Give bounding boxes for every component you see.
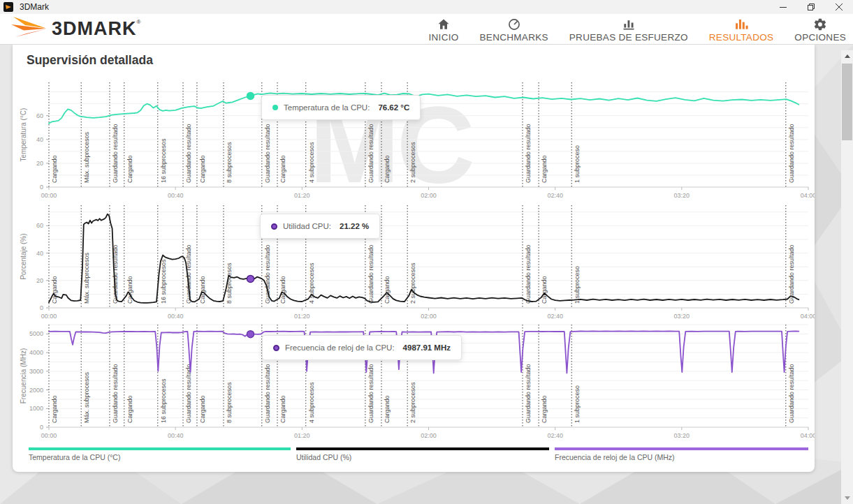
scroll-up-button[interactable] [841, 50, 853, 62]
main-area: Supervisión detallada MC 020406000:0000:… [0, 45, 853, 504]
svg-text:Guardando resultado: Guardando resultado [788, 124, 795, 183]
svg-text:02:40: 02:40 [547, 313, 563, 320]
svg-text:Cargando: Cargando [199, 395, 206, 423]
svg-text:Guardando resultado: Guardando resultado [264, 124, 271, 183]
svg-text:Cargando: Cargando [541, 276, 548, 304]
tooltip-cpu-temperature: Temperatura de la CPU: 76.62 °C [261, 95, 421, 120]
svg-text:04:00: 04:00 [801, 192, 815, 199]
svg-text:16 subprocesos: 16 subprocesos [160, 259, 167, 304]
window-titlebar: 3DMark [0, 0, 853, 14]
svg-text:03:20: 03:20 [674, 313, 690, 320]
svg-text:Guardando resultado: Guardando resultado [525, 124, 532, 183]
svg-text:20: 20 [36, 277, 43, 284]
svg-text:16 subprocesos: 16 subprocesos [160, 138, 167, 183]
svg-text:0: 0 [40, 424, 43, 431]
svg-text:1 subproceso: 1 subproceso [574, 145, 581, 183]
svg-text:Cargando: Cargando [384, 276, 391, 304]
tooltip-cpu-utilization: Utilidad CPU: 21.22 % [260, 214, 380, 239]
legend-bar-utilization [296, 447, 549, 450]
svg-text:40: 40 [36, 250, 43, 257]
close-button[interactable] [825, 0, 853, 14]
window-title: 3DMark [20, 2, 49, 12]
svg-text:0: 0 [40, 184, 43, 191]
tooltip-value: 21.22 % [340, 222, 369, 230]
nav-item-benchmarks[interactable]: BENCHMARKS [480, 17, 548, 43]
tooltip-value: 4987.91 MHz [403, 343, 451, 352]
gauge-icon [507, 17, 521, 31]
svg-text:Cargando: Cargando [51, 155, 58, 183]
svg-text:Máx. subprocesos: Máx. subprocesos [83, 371, 90, 423]
svg-text:Guardando resultado: Guardando resultado [185, 244, 192, 304]
svg-text:02:00: 02:00 [421, 192, 437, 199]
svg-text:02:00: 02:00 [421, 313, 437, 320]
svg-text:Cargando: Cargando [384, 395, 391, 423]
svg-text:2000: 2000 [29, 387, 43, 394]
svg-text:Porcentaje (%): Porcentaje (%) [20, 233, 27, 279]
scroll-down-button[interactable] [841, 492, 853, 504]
svg-text:04:00: 04:00 [801, 313, 815, 320]
svg-text:Guardando resultado: Guardando resultado [112, 124, 119, 183]
legend-label-utilization: Utilidad CPU (%) [296, 453, 351, 461]
tooltip-dot-icon [271, 223, 277, 230]
svg-text:2 subprocesos: 2 subprocesos [409, 262, 416, 304]
svg-text:40: 40 [36, 136, 43, 143]
svg-text:03:20: 03:20 [674, 432, 690, 439]
svg-text:16 subprocesos: 16 subprocesos [160, 378, 167, 423]
svg-text:Cargando: Cargando [541, 395, 548, 423]
3dmark-logo: 3DMARK ® [11, 17, 140, 40]
legend-bar-temperature [29, 447, 291, 450]
svg-text:60: 60 [36, 222, 43, 229]
svg-text:Cargando: Cargando [279, 155, 286, 183]
svg-text:Cargando: Cargando [199, 276, 206, 304]
vertical-scrollbar[interactable] [841, 50, 853, 504]
svg-text:1 subproceso: 1 subproceso [574, 266, 581, 304]
svg-text:Guardando resultado: Guardando resultado [367, 364, 374, 423]
svg-text:Cargando: Cargando [199, 155, 206, 183]
svg-text:8 subprocesos: 8 subprocesos [226, 382, 233, 423]
svg-text:Guardando resultado: Guardando resultado [788, 244, 795, 304]
svg-text:Cargando: Cargando [126, 395, 133, 423]
svg-text:5000: 5000 [29, 330, 43, 337]
svg-text:Guardando resultado: Guardando resultado [525, 364, 532, 423]
maximize-button[interactable] [797, 0, 825, 14]
tooltip-cpu-frequency: Frecuencia de reloj de la CPU: 4987.91 M… [262, 335, 462, 360]
legend-label-temperature: Temperatura de la CPU (°C) [29, 453, 120, 461]
svg-text:00:40: 00:40 [168, 432, 184, 439]
svg-text:Cargando: Cargando [51, 276, 58, 304]
svg-text:Guardando resultado: Guardando resultado [264, 364, 271, 423]
svg-text:Cargando: Cargando [384, 155, 391, 183]
svg-text:2 subprocesos: 2 subprocesos [409, 382, 416, 423]
arrow-up-icon [845, 54, 850, 58]
nav-item-pruebas-de-esfuerzo[interactable]: PRUEBAS DE ESFUERZO [569, 17, 688, 43]
svg-text:04:00: 04:00 [801, 432, 815, 439]
nav-item-inicio[interactable]: INICIO [428, 17, 458, 43]
svg-text:02:40: 02:40 [547, 192, 563, 199]
registered-mark: ® [137, 19, 141, 25]
svg-text:Cargando: Cargando [279, 395, 286, 423]
3dmark-spark-icon [11, 17, 48, 40]
minimize-button[interactable] [769, 0, 797, 14]
svg-text:8 subprocesos: 8 subprocesos [226, 142, 233, 183]
svg-text:Cargando: Cargando [279, 276, 286, 304]
main-nav: INICIO BENCHMARKS PRUEBAS DE ESFUERZO [428, 14, 846, 45]
tooltip-label: Utilidad CPU: [283, 222, 331, 230]
svg-text:01:20: 01:20 [294, 432, 310, 439]
svg-text:Guardando resultado: Guardando resultado [112, 364, 119, 423]
svg-text:Máx. subprocesos: Máx. subprocesos [83, 252, 90, 304]
legend-label-frequency: Frecuencia de reloj de la CPU (MHz) [555, 453, 675, 461]
svg-text:00:00: 00:00 [41, 432, 57, 439]
nav-item-resultados[interactable]: RESULTADOS [709, 17, 774, 43]
svg-text:Frecuencia (MHz): Frecuencia (MHz) [20, 348, 27, 403]
tooltip-label: Temperatura de la CPU: [284, 103, 370, 112]
nav-item-opciones[interactable]: OPCIONES [794, 17, 846, 43]
svg-text:60: 60 [36, 112, 43, 119]
logo-wordmark: 3DMARK [52, 18, 137, 40]
tooltip-label: Frecuencia de reloj de la CPU: [285, 343, 395, 352]
svg-text:Cargando: Cargando [126, 276, 133, 304]
svg-text:00:00: 00:00 [41, 313, 57, 320]
scrollbar-thumb[interactable] [842, 64, 852, 140]
svg-text:3000: 3000 [29, 368, 43, 375]
arrow-down-icon [845, 496, 850, 500]
app-header: 3DMARK ® INICIO BENCHMARKS PRUEBAS DE ES… [0, 14, 853, 45]
svg-text:Máx. subprocesos: Máx. subprocesos [83, 131, 90, 183]
